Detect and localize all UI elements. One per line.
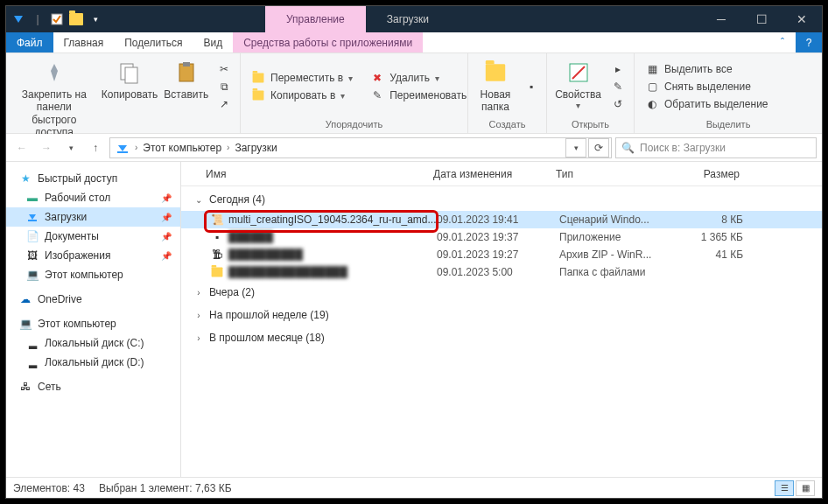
sidebar-disk-d[interactable]: ▂Локальный диск (D:) [6, 353, 180, 372]
address-bar: ← → ▾ ↑ › Этот компьютер › Загрузки ▾ ⟳ … [6, 134, 822, 162]
tab-app-tools[interactable]: Средства работы с приложениями [233, 32, 423, 52]
help-button[interactable]: ? [796, 32, 822, 52]
sidebar-network[interactable]: 🖧Сеть [6, 377, 180, 396]
col-name[interactable]: Имя [206, 168, 433, 180]
ribbon-collapse[interactable]: ˆ [769, 32, 796, 52]
pin-icon [42, 59, 67, 87]
paste-button[interactable]: Вставить [161, 55, 212, 101]
pin-icon: 📌 [161, 193, 172, 203]
crumb-thispc[interactable]: Этот компьютер [139, 142, 225, 154]
close-button[interactable]: ✕ [782, 6, 822, 32]
desktop-icon: ▬ [25, 191, 39, 205]
exe-icon: ▪ [209, 230, 225, 244]
script-icon: 📜 [209, 213, 225, 227]
file-row[interactable]: ████████████████ 09.01.2023 5:00 Папка с… [181, 263, 822, 281]
col-type[interactable]: Тип [556, 168, 670, 180]
svg-rect-4 [183, 62, 190, 66]
status-bar: Элементов: 43 Выбран 1 элемент: 7,63 КБ … [6, 477, 822, 498]
history-button[interactable]: ↺ [609, 95, 627, 113]
sidebar-documents[interactable]: 📄Документы📌 [6, 227, 180, 246]
new-folder-button[interactable]: Новая папка [472, 55, 519, 114]
sidebar-desktop[interactable]: ▬Рабочий стол📌 [6, 188, 180, 207]
sidebar-thispc[interactable]: 💻Этот компьютер [6, 314, 180, 333]
select-all-icon: ▦ [645, 62, 659, 76]
invert-selection-button[interactable]: ◐Обратить выделение [643, 95, 770, 113]
crumb-downloads[interactable]: Загрузки [231, 142, 280, 154]
ribbon: Закрепить на панели быстрого доступа Коп… [6, 53, 822, 134]
file-date: 09.01.2023 19:41 [437, 214, 559, 226]
dropdown-icon[interactable]: ▾ [88, 12, 102, 26]
group-lastmonth[interactable]: ›В прошлом месяце (18) [181, 326, 822, 349]
select-none-button[interactable]: ▢Снять выделение [643, 78, 770, 95]
sidebar-downloads[interactable]: Загрузки📌 [6, 207, 180, 227]
pin-icon: 📌 [161, 251, 172, 261]
breadcrumb[interactable]: › Этот компьютер › Загрузки ▾ ⟳ [109, 137, 612, 158]
path-icon: ⧉ [217, 80, 231, 94]
svg-rect-7 [28, 220, 37, 221]
tab-view[interactable]: Вид [193, 32, 233, 52]
ribbon-tabs: Файл Главная Поделиться Вид Средства раб… [6, 32, 822, 53]
copy-path-button[interactable]: ⧉ [215, 78, 233, 95]
recent-button[interactable]: ▾ [60, 137, 81, 158]
context-tab-manage[interactable]: Управление [265, 6, 366, 32]
group-select: Выделить [638, 119, 818, 133]
copy-to-button[interactable]: Копировать в ▾ [249, 87, 354, 104]
paste-shortcut-button[interactable]: ↗ [215, 95, 233, 113]
pc-icon: 💻 [18, 317, 32, 331]
view-details-button[interactable]: ☰ [775, 480, 794, 496]
checkbox-icon[interactable] [50, 12, 64, 26]
refresh-button[interactable]: ⟳ [588, 138, 609, 158]
maximize-button[interactable]: ☐ [741, 6, 782, 32]
folder-icon [209, 265, 225, 279]
downloads-icon [112, 141, 133, 155]
cut-button[interactable]: ✂ [215, 60, 233, 78]
rename-button[interactable]: ✎Переименовать [368, 87, 468, 104]
group-lastweek[interactable]: ›На прошлой неделе (19) [181, 304, 822, 326]
minimize-button[interactable]: ─ [701, 6, 741, 32]
zip-icon: 🗜 [209, 248, 225, 262]
pictures-icon: 🖼 [25, 248, 39, 262]
delete-button[interactable]: ✖Удалить ▾ [368, 69, 468, 87]
forward-button[interactable]: → [36, 137, 57, 158]
folder-icon[interactable] [69, 12, 83, 26]
column-headers[interactable]: Имя Дата изменения Тип Размер [181, 162, 822, 186]
down-arrow-icon[interactable] [11, 12, 25, 26]
select-all-button[interactable]: ▦Выделить все [643, 60, 770, 78]
new-item-button[interactable]: ▪ [523, 78, 540, 95]
edit-button[interactable]: ✎ [609, 78, 627, 95]
file-row[interactable]: 🗜 ██████████ 09.01.2023 19:27 Архив ZIP … [181, 246, 822, 263]
file-row[interactable]: 📜 multi_creatingISO_19045.2364_ru-ru_amd… [181, 211, 822, 228]
cloud-icon: ☁ [18, 292, 32, 306]
pin-to-quick-access[interactable]: Закрепить на панели быстрого доступа [10, 55, 99, 139]
pin-icon: 📌 [161, 213, 172, 222]
history-dropdown[interactable]: ▾ [565, 138, 586, 158]
col-date[interactable]: Дата изменения [433, 168, 556, 180]
sidebar-thispc-q[interactable]: 💻Этот компьютер [6, 265, 180, 284]
move-to-button[interactable]: Переместить в ▾ [249, 69, 354, 87]
file-size: 8 КБ [673, 214, 743, 226]
view-icons-button[interactable]: ▦ [796, 480, 815, 496]
file-list: Имя Дата изменения Тип Размер ⌄Сегодня (… [181, 162, 822, 477]
group-today[interactable]: ⌄Сегодня (4) [181, 188, 822, 211]
col-size[interactable]: Размер [670, 168, 740, 180]
sidebar-pictures[interactable]: 🖼Изображения📌 [6, 246, 180, 265]
open-button[interactable]: ▸ [609, 60, 627, 78]
file-name: multi_creatingISO_19045.2364_ru-ru_amd..… [228, 214, 437, 226]
sidebar-quick-access[interactable]: ★Быстрый доступ [6, 169, 180, 188]
sidebar-disk-c[interactable]: ▂Локальный диск (C:) [6, 333, 180, 353]
file-row[interactable]: ▪ ██████ 09.01.2023 19:37 Приложение 1 3… [181, 228, 822, 246]
search-input[interactable]: 🔍 Поиск в: Загрузки [615, 137, 817, 158]
properties-icon [567, 59, 590, 87]
properties-button[interactable]: Свойства▾ [551, 55, 606, 111]
nav-pane: ★Быстрый доступ ▬Рабочий стол📌 Загрузки📌… [6, 162, 181, 477]
tab-home[interactable]: Главная [53, 32, 115, 52]
copy-button[interactable]: Копировать [99, 55, 161, 101]
back-button[interactable]: ← [11, 137, 32, 158]
tab-share[interactable]: Поделиться [114, 32, 193, 52]
sidebar-onedrive[interactable]: ☁OneDrive [6, 290, 180, 309]
rename-icon: ✎ [370, 88, 384, 102]
up-button[interactable]: ↑ [85, 137, 106, 158]
sep-icon: | [31, 12, 45, 26]
tab-file[interactable]: Файл [6, 32, 53, 52]
group-yesterday[interactable]: ›Вчера (2) [181, 281, 822, 304]
